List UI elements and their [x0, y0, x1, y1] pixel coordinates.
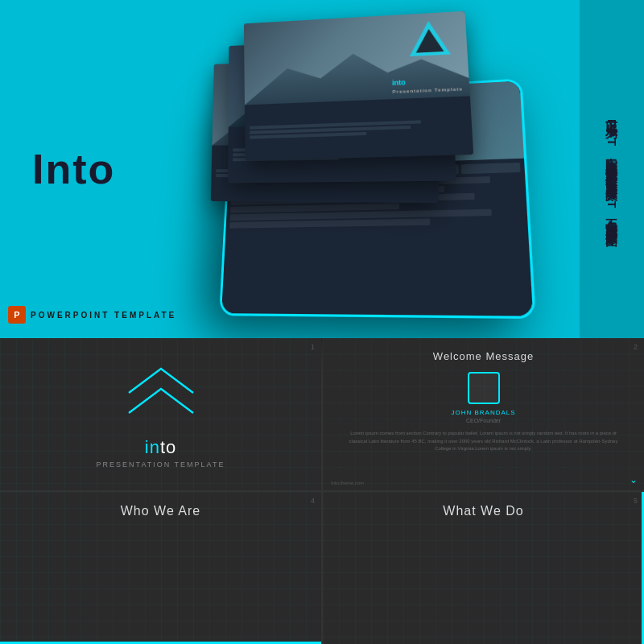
- powerpoint-icon: P: [8, 306, 26, 324]
- slide-thumb-what[interactable]: 5 What We Do: [323, 492, 644, 644]
- welcome-body: Lorem ipsum comes from section Contrary …: [335, 430, 632, 453]
- chevrons-container: [113, 361, 209, 433]
- what-we-do-title: What We Do: [335, 504, 632, 518]
- slide-thumb-welcome[interactable]: 2 Welcome Message JOHN BRANDALS CEO/Foun…: [323, 338, 644, 490]
- into-logo-display: into: [145, 437, 176, 458]
- slide-num-5: 5: [634, 497, 638, 505]
- ppt-text: POWERPOINT TEMPLATE: [31, 311, 176, 320]
- slide-num-2: 1: [311, 343, 315, 351]
- hero-section: Into: [0, 0, 644, 338]
- chinese-text: 以下展示为PPT实际内容真接点击图片占位符即可添加图片实际PPT不包含预览图中的…: [601, 111, 623, 227]
- welcome-title: Welcome Message: [433, 350, 534, 362]
- into-subtitle: Presentation Template: [97, 460, 225, 469]
- avatar: [468, 372, 500, 404]
- slide-thumb-intro[interactable]: 1 into Presentation Template: [0, 338, 321, 490]
- chinese-text-panel: 以下展示为PPT实际内容真接点击图片占位符即可添加图片实际PPT不包含预览图中的…: [580, 0, 644, 338]
- slide-layer-front: intoPresentation Template: [244, 11, 473, 161]
- slide-footer: Into.theme.com: [331, 481, 364, 485]
- who-we-are-title: Who We Are: [12, 504, 309, 518]
- hero-title: Into: [32, 145, 115, 193]
- slides-grid: 1 into Presentation Template 2 Welcome M…: [0, 338, 644, 644]
- tablet-mockup: intoPresentation Template into: [177, 16, 547, 322]
- ppt-label: P POWERPOINT TEMPLATE: [8, 306, 176, 324]
- slide-thumb-who[interactable]: 4 Who We Are: [0, 492, 321, 644]
- slide-num-4: 4: [311, 497, 315, 505]
- slide-num-3: 2: [634, 343, 638, 351]
- person-role: CEO/Founder: [466, 418, 501, 423]
- slide-logo: intoPresentation Template: [392, 76, 463, 95]
- scroll-arrow-icon: ⌄: [630, 474, 638, 485]
- double-chevron-icon: [113, 361, 209, 433]
- person-name: JOHN BRANDALS: [451, 409, 515, 416]
- intro-logo-block: into Presentation Template: [97, 437, 225, 469]
